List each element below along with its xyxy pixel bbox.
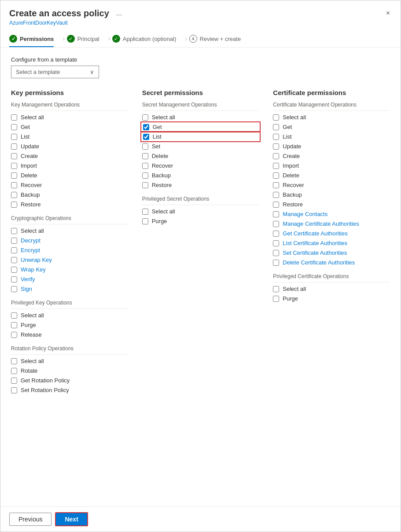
secret-recover-checkbox[interactable]: [142, 163, 148, 169]
rotation-get-policy-checkbox[interactable]: [11, 378, 17, 384]
secret-management-section: Secret Management Operations Select all …: [142, 102, 259, 189]
list-item: Select all: [11, 114, 128, 121]
secret-list-checkbox[interactable]: [143, 134, 149, 140]
key-backup-checkbox[interactable]: [11, 192, 17, 198]
rotation-rotate-checkbox[interactable]: [11, 368, 17, 374]
tab-review-icon: 4: [189, 35, 197, 43]
tab-principal[interactable]: ✓ Principal: [67, 30, 107, 47]
cert-delete-checkbox[interactable]: [273, 172, 279, 179]
close-button[interactable]: ×: [384, 7, 392, 19]
tab-application-label: Application (optional): [123, 36, 176, 42]
tab-principal-icon: ✓: [67, 35, 75, 43]
key-create-checkbox[interactable]: [11, 153, 17, 159]
key-recover-checkbox[interactable]: [11, 182, 17, 188]
crypto-sign-label: Sign: [21, 286, 32, 292]
list-item: Wrap Key: [11, 266, 128, 273]
tab-application[interactable]: ✓ Application (optional): [112, 30, 183, 47]
crypto-wrap-label: Wrap Key: [21, 266, 46, 273]
cert-backup-label: Backup: [283, 191, 302, 198]
crypto-encrypt-checkbox[interactable]: [11, 247, 17, 253]
privileged-secret-section: Privileged Secret Operations Select all …: [142, 196, 259, 225]
crypto-decrypt-label: Decrypt: [21, 237, 40, 244]
crypto-verify-checkbox[interactable]: [11, 276, 17, 283]
key-delete-label: Delete: [21, 172, 37, 179]
list-item: Create: [11, 152, 128, 160]
previous-button[interactable]: Previous: [9, 513, 52, 526]
template-dropdown[interactable]: Select a template ∨: [11, 66, 99, 78]
secret-backup-checkbox[interactable]: [142, 172, 148, 179]
crypto-select-all-checkbox[interactable]: [11, 228, 17, 234]
privkey-release-checkbox[interactable]: [11, 332, 17, 338]
secret-set-checkbox[interactable]: [142, 143, 148, 150]
cert-get-checkbox[interactable]: [273, 124, 279, 130]
privsecret-select-all-checkbox[interactable]: [142, 209, 148, 215]
secret-select-all-checkbox[interactable]: [142, 114, 148, 121]
cert-set-ca-checkbox[interactable]: [273, 250, 279, 256]
crypto-wrap-checkbox[interactable]: [11, 267, 17, 273]
key-recover-label: Recover: [21, 182, 42, 188]
privsecret-purge-checkbox[interactable]: [142, 218, 148, 224]
privkey-select-all-checkbox[interactable]: [11, 312, 17, 319]
key-select-all-checkbox[interactable]: [11, 114, 17, 121]
secret-recover-label: Recover: [152, 162, 173, 169]
privileged-key-section: Privileged Key Operations Select all Pur…: [11, 300, 128, 338]
cert-list-checkbox[interactable]: [273, 134, 279, 140]
list-item: List: [273, 133, 390, 140]
next-button[interactable]: Next: [55, 512, 88, 526]
rotation-select-all-checkbox[interactable]: [11, 358, 17, 364]
privkey-purge-checkbox[interactable]: [11, 322, 17, 328]
key-import-checkbox[interactable]: [11, 163, 17, 169]
cert-delete-ca-checkbox[interactable]: [273, 260, 279, 266]
tab-review[interactable]: 4 Review + create: [189, 30, 248, 47]
tab-application-icon: ✓: [112, 35, 120, 43]
list-item: Manage Contacts: [273, 210, 390, 218]
cert-list-ca-checkbox[interactable]: [273, 240, 279, 246]
privcert-purge-checkbox[interactable]: [273, 296, 279, 302]
key-restore-checkbox[interactable]: [11, 202, 17, 208]
tab-separator-1: ›: [61, 35, 66, 43]
key-delete-checkbox[interactable]: [11, 172, 17, 179]
list-item: Decrypt: [11, 237, 128, 244]
cert-delete-ca-label: Delete Certificate Authorities: [283, 259, 355, 266]
crypto-unwrap-checkbox[interactable]: [11, 257, 17, 263]
template-placeholder: Select a template: [16, 69, 60, 75]
cert-create-checkbox[interactable]: [273, 153, 279, 159]
cert-manage-ca-label: Manage Certificate Authorities: [283, 220, 359, 227]
cert-update-checkbox[interactable]: [273, 143, 279, 150]
cert-manage-ca-checkbox[interactable]: [273, 221, 279, 227]
cert-select-all-checkbox[interactable]: [273, 114, 279, 121]
list-item: Backup: [142, 172, 259, 179]
template-label: Configure from a template: [11, 56, 390, 63]
key-update-checkbox[interactable]: [11, 143, 17, 150]
cert-backup-checkbox[interactable]: [273, 192, 279, 198]
cert-create-label: Create: [283, 153, 300, 159]
secret-get-label: Get: [153, 124, 162, 130]
cert-manage-contacts-checkbox[interactable]: [273, 211, 279, 217]
secret-get-checkbox[interactable]: [143, 124, 149, 130]
privcert-select-all-checkbox[interactable]: [273, 286, 279, 292]
list-item: Release: [11, 331, 128, 338]
rotation-set-policy-checkbox[interactable]: [11, 387, 17, 393]
list-item: Select all: [11, 357, 128, 365]
key-list-checkbox[interactable]: [11, 134, 17, 140]
secret-restore-checkbox[interactable]: [142, 182, 148, 188]
tab-separator-2: ›: [107, 35, 112, 43]
crypto-sign-checkbox[interactable]: [11, 286, 17, 292]
crypto-decrypt-checkbox[interactable]: [11, 238, 17, 244]
list-item: Select all: [273, 285, 390, 293]
more-options-button[interactable]: ...: [116, 9, 122, 17]
cert-get-ca-checkbox[interactable]: [273, 231, 279, 237]
cert-update-label: Update: [283, 143, 301, 150]
tab-permissions[interactable]: ✓ Permissions: [9, 30, 61, 47]
cert-import-label: Import: [283, 162, 299, 169]
secret-delete-checkbox[interactable]: [142, 153, 148, 159]
cert-restore-checkbox[interactable]: [273, 202, 279, 208]
cert-import-checkbox[interactable]: [273, 163, 279, 169]
key-restore-label: Restore: [21, 201, 41, 208]
cert-recover-checkbox[interactable]: [273, 182, 279, 188]
cert-get-ca-label: Get Certificate Authorities: [283, 230, 347, 237]
cert-management-title: Certificate Management Operations: [273, 102, 390, 108]
privileged-key-title: Privileged Key Operations: [11, 300, 128, 306]
key-get-checkbox[interactable]: [11, 124, 17, 130]
cert-manage-contacts-label: Manage Contacts: [283, 211, 327, 217]
